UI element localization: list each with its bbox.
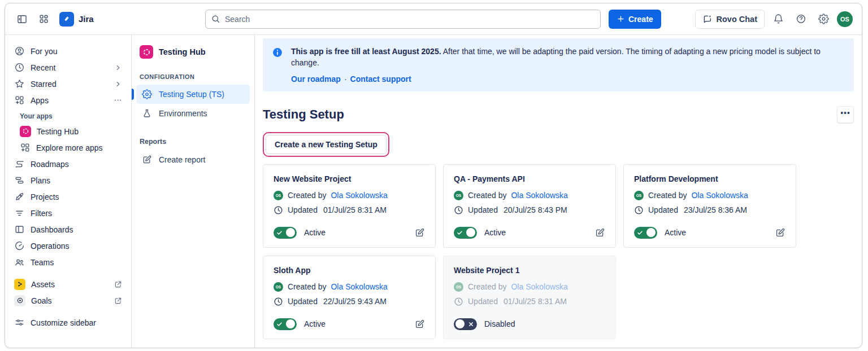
updated-label: Updated xyxy=(468,205,498,214)
edit-icon xyxy=(775,227,785,238)
edit-button[interactable] xyxy=(414,227,425,238)
rovo-chat-button[interactable]: Rovo Chat xyxy=(695,10,765,29)
roadmap-link[interactable]: Our roadmap xyxy=(291,74,341,84)
top-bar: Jira Create Rovo Chat xyxy=(5,3,862,35)
x-icon xyxy=(468,321,474,329)
sidebar-item-for-you[interactable]: For you xyxy=(10,43,127,59)
highlight-annotation: Create a new Testing Setup xyxy=(263,132,389,157)
clock-icon xyxy=(634,205,644,215)
gear-icon xyxy=(142,89,152,99)
status-label: Active xyxy=(484,228,506,237)
panel-item-label: Testing Setup (TS) xyxy=(159,90,224,99)
operations-icon xyxy=(14,240,25,251)
panel-item-create-report[interactable]: Create report xyxy=(136,150,250,169)
teams-icon xyxy=(14,257,25,267)
collapse-sidebar-button[interactable] xyxy=(13,10,31,28)
disabled-toggle[interactable] xyxy=(454,318,477,330)
notifications-button[interactable] xyxy=(769,10,787,28)
updated-date: 01/Jul/25 8:31 AM xyxy=(504,297,567,306)
create-testing-setup-button[interactable]: Create a new Testing Setup xyxy=(266,135,387,154)
sidebar-item-roadmaps[interactable]: Roadmaps xyxy=(10,156,127,172)
edit-icon xyxy=(594,227,605,238)
apps-grid-icon xyxy=(14,95,25,106)
sidebar-item-goals[interactable]: Goals xyxy=(10,292,127,309)
created-by-label: Created by xyxy=(288,191,326,200)
updated-date: 22/Jul/25 9:43 AM xyxy=(323,297,387,306)
banner-links: Our roadmap·Contact support xyxy=(291,74,844,84)
chevron-right-icon xyxy=(114,64,122,72)
author-avatar: OS xyxy=(634,191,644,200)
status-label: Disabled xyxy=(484,319,515,328)
sidebar-item-recent[interactable]: Recent xyxy=(10,59,127,76)
search-container xyxy=(205,10,601,29)
edit-button[interactable] xyxy=(594,227,605,238)
clock-icon xyxy=(274,205,283,215)
sidebar-item-testing-hub[interactable]: Testing Hub xyxy=(10,123,127,139)
check-icon xyxy=(457,229,463,238)
app-switcher-button[interactable] xyxy=(34,10,53,28)
sidebar-item-customize[interactable]: Customize sidebar xyxy=(10,314,127,331)
edit-icon xyxy=(414,319,425,330)
banner-body: This app is free till at least August 20… xyxy=(291,46,844,84)
sidebar-item-starred[interactable]: Starred xyxy=(10,76,127,92)
user-avatar[interactable]: OS xyxy=(837,11,853,27)
sidebar-item-operations[interactable]: Operations xyxy=(10,238,127,254)
setup-card: New Website Project OS Created by Ola So… xyxy=(263,164,436,248)
updated-label: Updated xyxy=(648,205,678,214)
link-separator: · xyxy=(344,74,347,84)
assets-app-icon xyxy=(14,279,25,290)
panel-item-testing-setup[interactable]: Testing Setup (TS) xyxy=(136,85,250,104)
sidebar-item-dashboards[interactable]: Dashboards xyxy=(10,221,127,238)
sidebar-item-explore-more-apps[interactable]: Explore more apps xyxy=(10,139,127,156)
info-icon xyxy=(272,47,283,84)
updated-label: Updated xyxy=(468,297,498,306)
setup-card: Sloth App OS Created by Ola Sokolowska U… xyxy=(263,256,436,339)
status-label: Active xyxy=(665,228,686,237)
star-icon xyxy=(14,78,25,89)
created-by-row: OS Created by Ola Sokolowska xyxy=(274,191,425,200)
search-input[interactable] xyxy=(205,10,601,29)
sidebar-item-plans[interactable]: Plans xyxy=(10,172,127,188)
sliders-icon xyxy=(14,317,25,328)
author-link[interactable]: Ola Sokolowska xyxy=(331,282,387,291)
created-by-label: Created by xyxy=(648,191,687,200)
author-link[interactable]: Ola Sokolowska xyxy=(331,191,387,200)
sidebar-item-filters[interactable]: Filters xyxy=(10,205,127,221)
author-link[interactable]: Ola Sokolowska xyxy=(511,282,567,291)
panel-left-icon xyxy=(16,14,28,25)
setups-grid: New Website Project OS Created by Ola So… xyxy=(263,164,854,339)
author-link[interactable]: Ola Sokolowska xyxy=(691,191,748,200)
jira-lockup[interactable]: Jira xyxy=(59,12,94,27)
created-by-label: Created by xyxy=(468,282,506,291)
clock-icon xyxy=(14,62,25,73)
contact-support-link[interactable]: Contact support xyxy=(350,74,411,84)
author-link[interactable]: Ola Sokolowska xyxy=(511,191,567,200)
clock-icon xyxy=(454,297,463,306)
sidebar-item-assets[interactable]: Assets xyxy=(10,276,127,292)
sidebar-item-teams[interactable]: Teams xyxy=(10,254,127,270)
create-button[interactable]: Create xyxy=(609,10,661,29)
app-name: Jira xyxy=(79,14,94,24)
help-button[interactable] xyxy=(792,10,810,28)
status-label: Active xyxy=(304,319,326,328)
page-more-button[interactable]: ••• xyxy=(837,106,854,123)
testing-hub-panel: Testing Hub CONFIGURATION Testing Setup … xyxy=(132,35,255,348)
setup-card: QA - Payments API OS Created by Ola Soko… xyxy=(443,164,616,248)
panel-item-environments[interactable]: Environments xyxy=(136,104,250,123)
flask-icon xyxy=(142,108,152,119)
sidebar-item-apps[interactable]: Apps xyxy=(10,92,127,108)
settings-button[interactable] xyxy=(814,10,832,28)
filters-icon xyxy=(14,208,25,218)
active-toggle[interactable] xyxy=(634,227,657,239)
sidebar-item-projects[interactable]: Projects xyxy=(10,188,127,205)
updated-date: 23/Jul/25 8:36 AM xyxy=(684,205,747,214)
edit-button[interactable] xyxy=(775,227,785,238)
card-title: Sloth App xyxy=(274,266,425,275)
edit-button[interactable] xyxy=(414,319,425,330)
updated-label: Updated xyxy=(288,297,318,306)
rocket-icon xyxy=(14,191,25,202)
active-toggle[interactable] xyxy=(274,227,297,239)
active-toggle[interactable] xyxy=(454,227,477,239)
active-toggle[interactable] xyxy=(274,318,297,330)
testing-hub-app-icon xyxy=(20,126,31,137)
